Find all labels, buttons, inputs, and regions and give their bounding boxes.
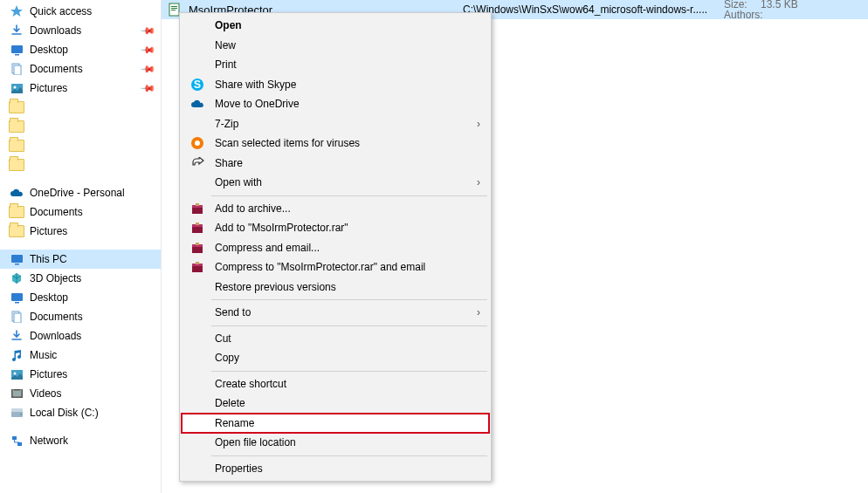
quick-access-root[interactable]: Quick access [0,2,161,21]
svg-rect-8 [15,264,19,265]
menu-open[interactable]: Open [182,16,489,36]
menu-skype[interactable]: S Share with Skype [182,75,489,95]
svg-marker-0 [10,5,23,17]
menu-print[interactable]: Print [182,55,489,75]
documents-icon [9,310,24,324]
pin-icon: 📌 [139,41,155,58]
menu-separator [211,325,487,326]
svg-point-21 [20,414,22,415]
sidebar-item-label: Videos [30,387,161,400]
sidebar-unnamed-folder[interactable] [0,98,161,117]
download-icon [9,24,24,38]
svg-rect-26 [171,8,177,9]
menu-add-archive[interactable]: Add to archive... [182,199,489,219]
sidebar-item-label: Documents [30,206,161,218]
svg-rect-34 [196,203,199,206]
menu-7zip[interactable]: 7-Zip› [182,114,489,134]
sidebar-item-label: 3D Objects [30,272,161,284]
menu-open-with[interactable]: Open with› [182,173,489,193]
sidebar-item-label: OneDrive - Personal [30,187,161,199]
sidebar-item-desktop-pc[interactable]: Desktop [0,288,161,307]
sidebar-onedrive-pictures[interactable]: Pictures [0,222,161,241]
sidebar-item-label: Documents [30,63,141,75]
svg-rect-37 [196,223,199,225]
sidebar-item-label: Desktop [30,44,141,56]
sidebar-onedrive-documents[interactable]: Documents [0,202,161,222]
sidebar-item-documents[interactable]: Documents 📌 [0,59,161,79]
antivirus-icon [189,135,205,151]
menu-rename[interactable]: Rename [182,414,489,434]
folder-icon [9,224,24,238]
sidebar-item-downloads[interactable]: Downloads 📌 [0,21,161,40]
menu-separator [211,195,487,196]
file-meta: Size:13.5 KB Authors: [724,0,798,20]
svg-rect-43 [196,262,199,264]
winrar-icon [189,240,205,256]
menu-share[interactable]: Share [182,154,489,174]
menu-add-rar[interactable]: Add to "MsoIrmProtector.rar" [182,218,489,238]
menu-send-to[interactable]: Send to› [182,303,489,323]
sidebar-onedrive-root[interactable]: OneDrive - Personal [0,183,161,202]
menu-separator [211,371,487,372]
sidebar-item-label: Downloads [30,330,161,342]
sidebar-item-desktop[interactable]: Desktop 📌 [0,40,161,59]
menu-compress-rar-email[interactable]: Compress to "MsoIrmProtector.rar" and em… [182,257,489,277]
sidebar-item-videos[interactable]: Videos [0,384,161,403]
winrar-icon [189,259,205,275]
sidebar-item-pictures-pc[interactable]: Pictures [0,365,161,384]
sidebar-item-3dobjects[interactable]: 3D Objects [0,269,161,288]
video-icon [9,387,24,401]
svg-point-17 [12,389,13,390]
sidebar-item-label: Local Disk (C:) [30,407,161,419]
sidebar-item-localdisk[interactable]: Local Disk (C:) [0,403,161,422]
folder-icon [9,101,24,113]
menu-delete[interactable]: Delete [182,394,489,414]
documents-icon [9,62,24,76]
sidebar-item-label: Network [30,435,161,447]
sidebar-network[interactable]: Network [0,431,161,450]
pc-icon [9,252,24,266]
winrar-icon [189,201,205,216]
svg-rect-40 [196,243,199,245]
desktop-icon [9,291,24,305]
menu-new[interactable]: New [182,36,489,56]
menu-properties[interactable]: Properties [182,459,489,479]
menu-copy[interactable]: Copy [182,348,489,368]
svg-rect-27 [171,10,176,10]
chevron-right-icon: › [477,306,480,318]
menu-open-file-location[interactable]: Open file location [182,433,489,453]
sidebar-item-documents-pc[interactable]: Documents [0,307,161,326]
sidebar-unnamed-folder[interactable] [0,117,161,136]
pin-icon: 📌 [139,22,155,38]
sidebar-item-label: Music [30,349,161,361]
chevron-right-icon: › [477,176,480,188]
svg-rect-1 [11,45,23,53]
menu-compress-email[interactable]: Compress and email... [182,238,489,258]
sidebar-unnamed-folder[interactable] [0,136,161,155]
sidebar-unnamed-folder[interactable] [0,155,161,175]
sidebar-item-label: This PC [30,253,161,265]
menu-separator [211,299,487,300]
menu-scan-virus[interactable]: Scan selected items for viruses [182,134,489,154]
sidebar-item-downloads-pc[interactable]: Downloads [0,326,161,346]
sidebar-item-music[interactable]: Music [0,346,161,365]
pin-icon: 📌 [139,60,155,77]
svg-text:S: S [194,79,201,91]
sidebar-this-pc[interactable]: This PC [0,250,161,269]
skype-icon: S [189,77,205,92]
svg-point-14 [13,372,16,374]
folder-icon [9,140,24,152]
svg-rect-20 [11,408,23,412]
menu-restore-versions[interactable]: Restore previous versions [182,277,489,298]
share-icon [189,155,205,171]
svg-rect-7 [11,255,23,263]
menu-cut[interactable]: Cut [182,329,489,349]
menu-create-shortcut[interactable]: Create shortcut [182,374,489,394]
svg-rect-23 [17,442,22,446]
chevron-right-icon: › [477,118,480,130]
menu-move-onedrive[interactable]: Move to OneDrive [182,94,489,114]
sidebar-item-pictures[interactable]: Pictures 📌 [0,79,161,98]
folder-icon [9,159,24,171]
svg-point-31 [195,140,200,146]
folder-icon [9,205,24,219]
